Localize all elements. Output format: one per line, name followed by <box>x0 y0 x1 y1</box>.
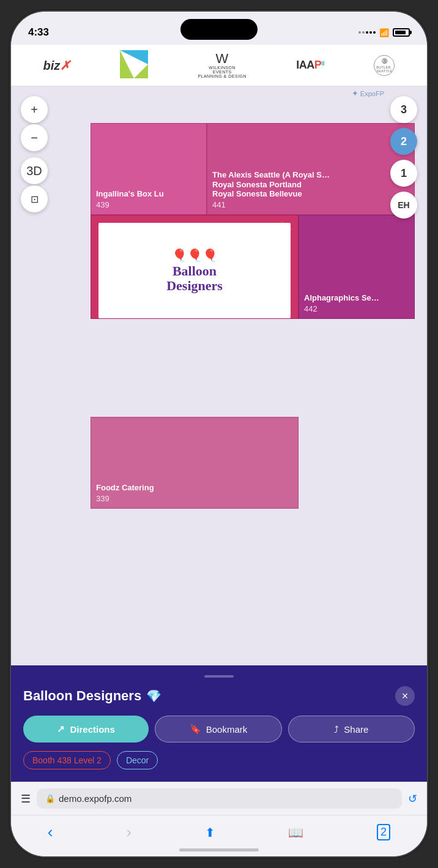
bizx-x: ✗ <box>60 59 70 72</box>
forward-button[interactable]: › <box>126 823 132 842</box>
company-title: Balloon Designers 💎 <box>23 688 161 704</box>
map-empty-area <box>11 319 427 417</box>
logo-wilkinson: W WILKINSONEVENTS PLANNING & DESIGN <box>198 52 247 78</box>
status-time: 4:33 <box>28 26 49 39</box>
bookmark-icon: 🔖 <box>190 724 201 735</box>
floor-3-button[interactable]: 3 <box>390 96 417 123</box>
signal-dot-1 <box>358 31 361 34</box>
floor-2-button[interactable]: 2 <box>390 128 417 155</box>
logo-butler-b: Ⓑ <box>382 58 387 65</box>
map-area[interactable]: ✦ ExpoFP + − 3D ⊡ <box>11 86 427 665</box>
directions-icon: ↗ <box>57 724 65 735</box>
back-button[interactable]: ‹ <box>48 823 53 842</box>
phone-frame: 4:33 📶 biz✗ <box>11 12 427 856</box>
booth-alexis-name: The Alexis Seattle (A Royal S…Royal Sone… <box>212 170 409 199</box>
company-name: Balloon Designers <box>23 688 141 704</box>
booth-tag-label: Booth 438 Level 2 <box>32 755 102 765</box>
booth-foodz-number: 339 <box>96 494 293 503</box>
signal-dot-5 <box>373 31 376 34</box>
logo-iaap: IAAP||| <box>296 59 324 72</box>
logo-wilkinson-w: W <box>216 52 229 65</box>
close-icon: × <box>402 690 409 703</box>
floor-eh-label: EH <box>398 200 409 210</box>
logo-iaap-p: P <box>314 59 322 71</box>
bookmark-button[interactable]: 🔖 Bookmark <box>155 716 281 743</box>
signal-dot-3 <box>366 31 368 34</box>
logo-bizx: biz✗ <box>43 58 71 73</box>
zoom-in-button[interactable]: + <box>21 96 48 123</box>
booth-alphagraphics[interactable]: Alphagraphics Se… 442 <box>299 215 415 319</box>
floor-2-label: 2 <box>401 135 407 148</box>
zoom-in-icon: + <box>31 103 38 117</box>
zoom-3d-icon: 3D <box>26 164 42 178</box>
booth-alexis[interactable]: The Alexis Seattle (A Royal S…Royal Sone… <box>207 123 415 215</box>
fullscreen-icon: ⊡ <box>31 193 39 205</box>
svg-marker-2 <box>134 64 148 78</box>
wifi-icon: 📶 <box>379 28 389 37</box>
map-controls: + − 3D ⊡ <box>21 96 48 212</box>
booth-grid: Ingallina's Box Lu 439 The Alexis Seattl… <box>11 123 427 509</box>
expofp-label: ExpoFP <box>360 90 384 97</box>
status-icons: 📶 <box>358 28 410 37</box>
balloon-emoji: 🎈🎈🎈 <box>166 248 223 263</box>
balloon-logo-container: 🎈🎈🎈 BalloonDesigners <box>98 223 291 318</box>
home-indicator <box>179 848 259 851</box>
bookmarks-button[interactable]: 📖 <box>288 825 303 840</box>
floor-controls: 3 2 1 EH <box>390 96 417 219</box>
booth-ingallina[interactable]: Ingallina's Box Lu 439 <box>91 123 207 215</box>
floor-1-label: 1 <box>401 167 407 180</box>
zoom-out-button[interactable]: − <box>21 124 48 151</box>
fullscreen-button[interactable]: ⊡ <box>21 185 48 212</box>
share-button[interactable]: ⤴ Share <box>288 716 415 743</box>
tag-row: Booth 438 Level 2 Decor <box>23 751 415 769</box>
zoom-out-icon: − <box>31 131 38 145</box>
booth-foodz[interactable]: Foodz Catering 339 <box>91 417 299 509</box>
diamond-icon: 💎 <box>146 689 161 703</box>
booth-row-2: 🔖 🎈🎈🎈 BalloonDesigners Alphagraphics Se…… <box>91 215 427 319</box>
booth-alexis-number: 441 <box>212 200 409 209</box>
decor-tag[interactable]: Decor <box>117 751 158 769</box>
lock-icon: 🔒 <box>45 794 55 803</box>
floor-3-label: 3 <box>401 103 407 116</box>
booth-ingallina-name: Ingallina's Box Lu <box>96 189 201 199</box>
booth-row-bottom: Foodz Catering 339 <box>91 417 427 509</box>
phone-screen: 4:33 📶 biz✗ <box>11 12 427 856</box>
battery-fill <box>395 31 406 34</box>
balloon-logo-text: BalloonDesigners <box>166 264 223 293</box>
logo-wilkinson-sub: PLANNING & DESIGN <box>198 74 247 78</box>
logo-butler: Ⓑ BUTLERSEATTLE <box>374 55 395 76</box>
zoom-3d-button[interactable]: 3D <box>21 157 48 184</box>
refresh-icon[interactable]: ↺ <box>408 792 417 806</box>
action-buttons: ↗ Directions 🔖 Bookmark ⤴ Share <box>23 716 415 743</box>
floor-eh-button[interactable]: EH <box>390 192 417 219</box>
directions-button[interactable]: ↗ Directions <box>23 716 149 743</box>
browser-url-bar[interactable]: 🔒 demo.expofp.com <box>37 788 402 809</box>
dynamic-island <box>180 19 258 40</box>
decor-tag-label: Decor <box>126 755 149 765</box>
signal-dot-4 <box>369 31 372 34</box>
bookmark-label: Bookmark <box>206 724 248 735</box>
share-nav-button[interactable]: ⬆ <box>205 825 215 840</box>
tabs-button[interactable]: 2 <box>377 824 390 840</box>
close-button[interactable]: × <box>395 686 415 706</box>
browser-menu-icon[interactable]: ☰ <box>21 792 31 806</box>
panel-handle <box>204 675 234 678</box>
directions-label: Directions <box>70 724 114 735</box>
expofp-star-icon: ✦ <box>352 89 358 98</box>
booth-balloon[interactable]: 🔖 🎈🎈🎈 BalloonDesigners <box>91 215 299 319</box>
balloon-logo: 🎈🎈🎈 BalloonDesigners <box>166 248 223 293</box>
floor-1-button[interactable]: 1 <box>390 160 417 187</box>
signal-dot-2 <box>362 31 365 34</box>
logo-green <box>120 50 148 81</box>
logo-butler-text: BUTLERSEATTLE <box>376 65 392 73</box>
bottom-panel-header: Balloon Designers 💎 × <box>23 686 415 706</box>
expofp-logo: ✦ ExpoFP <box>352 89 384 98</box>
url-text: demo.expofp.com <box>59 793 132 804</box>
browser-bar: ☰ 🔒 demo.expofp.com ↺ <box>11 782 427 815</box>
booth-ingallina-number: 439 <box>96 200 201 209</box>
booth-alphagraphics-name: Alphagraphics Se… <box>304 293 409 303</box>
signal-dots <box>358 31 376 34</box>
booth-tag[interactable]: Booth 438 Level 2 <box>23 751 111 769</box>
share-icon: ⤴ <box>334 724 339 735</box>
logo-wilkinson-text: WILKINSONEVENTS <box>209 65 236 74</box>
